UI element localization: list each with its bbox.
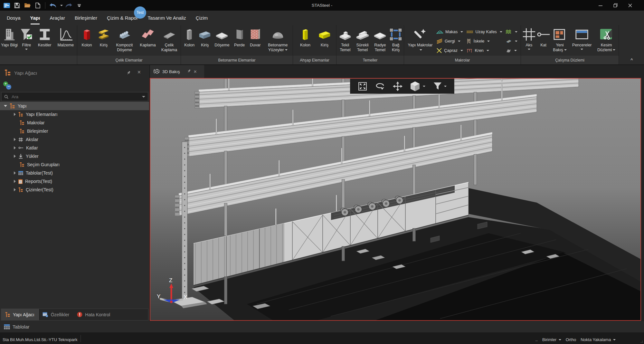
beton-kiris-button[interactable]: Kiriş bbox=[198, 25, 212, 54]
perde-button[interactable]: Perde bbox=[232, 25, 247, 54]
3d-model-scene[interactable]: Z Y X bbox=[150, 79, 640, 320]
collapsed-arrow-icon[interactable] bbox=[14, 146, 16, 149]
new-file-button[interactable] bbox=[33, 2, 42, 9]
pin-icon[interactable] bbox=[187, 69, 191, 74]
yeni-bakis-button[interactable]: Yeni Bakış bbox=[551, 25, 569, 54]
tree-item-yapi[interactable]: Yapı bbox=[0, 102, 149, 110]
expanded-arrow-icon[interactable] bbox=[4, 105, 7, 107]
collapsed-arrow-icon[interactable] bbox=[14, 155, 16, 158]
tab-hata-kontrol[interactable]: Hata Kontrol bbox=[73, 309, 114, 320]
kren-button[interactable]: Kren bbox=[466, 46, 502, 54]
units-toggle[interactable]: Birimler bbox=[542, 337, 561, 342]
customize-toolbar-button[interactable] bbox=[75, 2, 83, 9]
aks-button[interactable]: Aks bbox=[522, 25, 536, 54]
doseme-button[interactable]: Döşeme bbox=[213, 25, 231, 54]
celik-kiris-button[interactable]: Kiriş bbox=[96, 25, 111, 54]
tree-item-tablolar[interactable]: Tablolar(Test) bbox=[0, 169, 149, 177]
yapi-bilgi-button[interactable]: Yapı Bilgi bbox=[1, 25, 18, 54]
malzeme-button[interactable]: Malzeme bbox=[55, 25, 76, 54]
collapsed-arrow-icon[interactable] bbox=[14, 180, 16, 183]
uzay-kafes-button[interactable]: Uzay Kafes bbox=[466, 28, 502, 36]
tab-cizim[interactable]: Çizim bbox=[191, 11, 213, 25]
tab-dosya[interactable]: Dosya bbox=[2, 11, 25, 25]
iskele-button[interactable]: İskele bbox=[466, 37, 502, 45]
collapsed-arrow-icon[interactable] bbox=[14, 188, 16, 191]
snap-toggle[interactable]: Nokta Yakalama bbox=[581, 337, 616, 342]
redo-button[interactable] bbox=[65, 2, 73, 9]
tree-item-yapi-elemanlari[interactable]: Yapı Elemanları bbox=[0, 110, 149, 119]
restore-button[interactable] bbox=[608, 0, 623, 11]
close-icon[interactable]: ✕ bbox=[137, 70, 141, 75]
ahsap-kolon-button[interactable]: Kolon bbox=[298, 25, 313, 54]
capraz-button[interactable]: Çapraz bbox=[436, 46, 463, 54]
save-button[interactable] bbox=[13, 2, 21, 9]
betonarme-yuzeyler-button[interactable]: Betonarme Yüzeyler bbox=[264, 25, 292, 54]
beton-kolon-button[interactable]: Kolon bbox=[182, 25, 197, 54]
tree-item-birlesimler[interactable]: Birleşimler bbox=[0, 127, 149, 135]
pin-icon[interactable] bbox=[127, 71, 131, 76]
zoom-extents-button[interactable] bbox=[358, 81, 367, 91]
tree-item-katlar[interactable]: Katlar bbox=[0, 144, 149, 152]
orbit-button[interactable] bbox=[375, 81, 385, 91]
filtre-button[interactable]: Filtre bbox=[19, 25, 34, 54]
view-cube-button[interactable] bbox=[410, 81, 425, 91]
window-controls bbox=[593, 0, 638, 11]
sheet-macro-button[interactable] bbox=[506, 46, 517, 54]
tree-item-secim-gruplari[interactable]: Seçim Gurupları bbox=[0, 160, 149, 169]
ahsap-kiris-button[interactable]: Kiriş bbox=[317, 25, 332, 54]
gergi-button[interactable]: Gergi bbox=[436, 37, 463, 45]
tree-item-reports[interactable]: Reports(Test) bbox=[0, 177, 149, 186]
app-icon[interactable] bbox=[3, 2, 11, 9]
tab-yapi[interactable]: Yapı bbox=[25, 11, 45, 25]
collapsed-arrow-icon[interactable] bbox=[14, 171, 16, 175]
resize-grip[interactable] bbox=[640, 340, 643, 343]
tree-item-cizimler[interactable]: Çizimler(Test) bbox=[0, 186, 149, 194]
tree-item-akslar[interactable]: Akslar bbox=[0, 135, 149, 144]
3d-viewport[interactable]: Z Y X bbox=[150, 78, 641, 321]
yapi-makrolar-button[interactable]: Yapı Makrolar bbox=[407, 25, 433, 54]
tree-item-yukler[interactable]: Yükler bbox=[0, 152, 149, 160]
tab-3d-bakis[interactable]: 3D Bakış ✕ bbox=[150, 65, 204, 78]
tables-bar[interactable]: Tablolar bbox=[0, 321, 644, 332]
tab-yapi-agaci[interactable]: Yapı Ağacı bbox=[1, 309, 39, 320]
undo-button[interactable] bbox=[49, 2, 57, 9]
pencereler-button[interactable]: Pencereler bbox=[570, 25, 594, 54]
collapsed-arrow-icon[interactable] bbox=[14, 138, 16, 141]
bag-kiris-button[interactable]: Bağ Kiriş bbox=[389, 25, 402, 54]
tab-ozellikler[interactable]: Özellikler bbox=[39, 309, 73, 320]
properties-icon bbox=[43, 312, 48, 317]
pan-button[interactable] bbox=[393, 81, 402, 91]
undo-dropdown[interactable] bbox=[59, 2, 63, 9]
close-button[interactable] bbox=[623, 0, 638, 11]
search-box[interactable] bbox=[1, 92, 148, 101]
timber-column-icon bbox=[298, 26, 313, 43]
deck-macro-button[interactable] bbox=[506, 37, 517, 45]
tab-birlesimler[interactable]: Birleşimler bbox=[70, 11, 102, 25]
celik-kaplama-button[interactable]: Çelik Kaplama bbox=[159, 25, 179, 54]
search-input[interactable] bbox=[11, 94, 139, 100]
radye-temel-button[interactable]: Radye Temel bbox=[372, 25, 388, 54]
kompozit-doseme-button[interactable]: Kompozit Döşeme bbox=[113, 25, 137, 54]
makas-button[interactable]: Makas bbox=[436, 28, 463, 36]
tree-item-makrolar[interactable]: Makrolar bbox=[0, 119, 149, 127]
purlin-macro-button[interactable] bbox=[506, 28, 517, 36]
tab-tasarim-ve-analiz[interactable]: Tasarım Ve Analiz bbox=[143, 11, 191, 25]
kesitler-button[interactable]: Kesitler bbox=[35, 25, 54, 54]
expand-collapse-buttons[interactable]: + − bbox=[3, 81, 13, 91]
tekil-temel-button[interactable]: Tekil Temel bbox=[338, 25, 353, 54]
surekli-temel-button[interactable]: Sürekli Temel bbox=[354, 25, 371, 54]
kesim-duzlemi-button[interactable]: Kesim Düzlemi bbox=[595, 25, 618, 54]
zigzag-green-icon bbox=[506, 29, 512, 34]
ribbon-collapse-button[interactable]: ^ bbox=[630, 57, 633, 62]
ortho-toggle[interactable]: Ortho bbox=[566, 337, 576, 342]
kat-button[interactable]: Kat bbox=[537, 25, 550, 54]
minimize-button[interactable] bbox=[593, 0, 608, 11]
open-button[interactable] bbox=[23, 2, 32, 9]
celik-kolon-button[interactable]: Kolon bbox=[79, 25, 95, 54]
collapsed-arrow-icon[interactable] bbox=[14, 113, 16, 116]
close-icon[interactable]: ✕ bbox=[194, 69, 197, 74]
kaplama-button[interactable]: Kaplama bbox=[138, 25, 158, 54]
tab-araclar[interactable]: Araçlar bbox=[45, 11, 70, 25]
duvar-button[interactable]: Duvar bbox=[248, 25, 263, 54]
filter-button[interactable] bbox=[433, 82, 447, 91]
